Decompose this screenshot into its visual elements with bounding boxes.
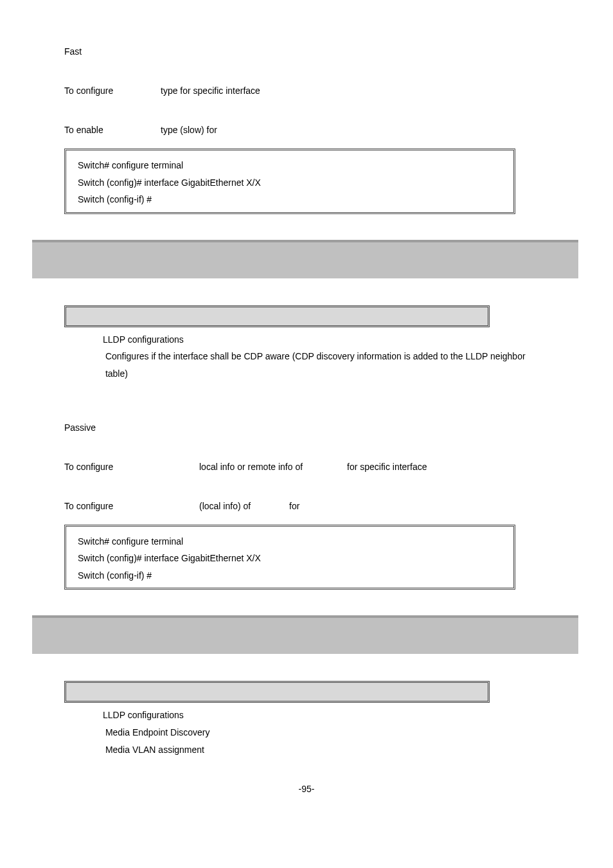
lead-to-configure: To configure: [64, 460, 199, 474]
code-line: Switch (config-if) #: [78, 567, 502, 584]
text-passive: Passive: [64, 421, 96, 435]
lead-to-configure: To configure: [64, 84, 161, 98]
sub-lldp-config: LLDP configurations: [103, 707, 574, 724]
sub-cdp-aware: Configures if the interface shall be CDP…: [103, 348, 574, 365]
code-line: Switch (config-if) #: [78, 191, 502, 208]
sub-media-endpoint: Media Endpoint Discovery: [103, 724, 574, 741]
lead-to-enable: To enable: [64, 123, 161, 137]
section-header-bar: [32, 240, 578, 278]
page-number: -95-: [39, 784, 574, 794]
tail-specific-interface: for specific interface: [347, 460, 427, 474]
code-line: Switch# configure terminal: [78, 157, 502, 174]
rest-type-specific: type for specific interface: [161, 84, 260, 98]
code-line: Switch (config)# interface GigabitEthern…: [78, 174, 502, 192]
rest-type-slow: type (slow) for: [161, 123, 217, 137]
mid-local-remote: local info or remote info of: [199, 460, 347, 474]
table-header-box: [64, 305, 490, 327]
code-line: Switch# configure terminal: [78, 533, 502, 550]
code-example-box: Switch# configure terminal Switch (confi…: [64, 525, 515, 590]
configure-type-line: To configure type for specific interface: [64, 84, 574, 98]
lead-to-configure: To configure: [64, 500, 199, 513]
section-header-bar: [32, 615, 578, 654]
default-mode-label: Fast: [64, 45, 574, 59]
text-fast: Fast: [64, 45, 82, 59]
sub-media-vlan: Media VLAN assignment: [103, 741, 574, 759]
table-header-box: [64, 681, 490, 703]
code-example-box: Switch# configure terminal Switch (confi…: [64, 149, 515, 214]
configure-local-line: To configure (local info) of for: [64, 500, 574, 513]
sub-lldp-config: LLDP configurations: [103, 331, 574, 348]
sub-cdp-table: table): [103, 365, 574, 383]
tail-for: for: [289, 500, 299, 513]
configure-info-line: To configure local info or remote info o…: [64, 460, 574, 474]
code-line: Switch (config)# interface GigabitEthern…: [78, 550, 502, 567]
enable-type-line: To enable type (slow) for: [64, 123, 574, 137]
default-passive-label: Passive: [64, 421, 574, 435]
mid-local-info: (local info) of: [199, 500, 289, 513]
